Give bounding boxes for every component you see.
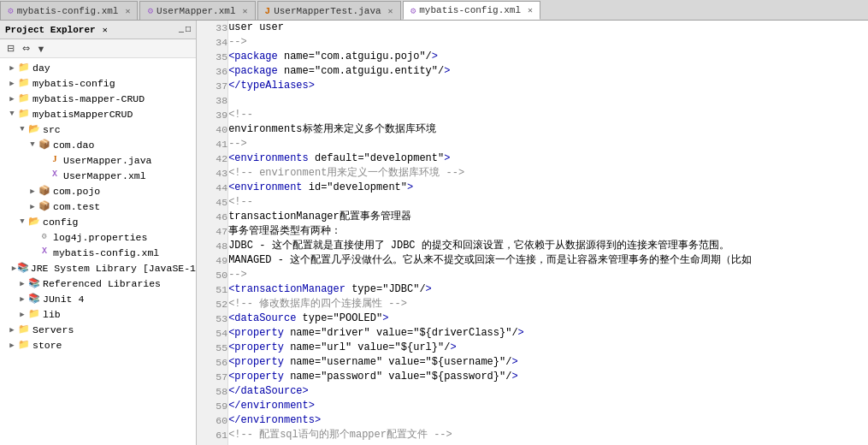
tree-label: mybatis-mapper-CRUD [32, 93, 145, 104]
tree-item-usermapper-java[interactable]: J UserMapper.java [0, 152, 196, 168]
tab-xml-icon: ⚙ [410, 5, 416, 16]
panel-header: Project Explorer ✕ _ □ [0, 21, 196, 39]
folder-icon: 📁 [17, 108, 31, 120]
tree-toggle[interactable]: ▼ [27, 140, 38, 149]
code-line-52: <!-- 修改数据库的四个连接属性 --> [228, 297, 868, 312]
code-line-57: <property name="password" value="${passw… [228, 370, 868, 384]
java-file-icon: J [48, 154, 62, 166]
tab-close-btn[interactable]: ✕ [388, 6, 393, 16]
tree-toggle[interactable]: ▼ [17, 217, 27, 226]
table-row: 44 <environment id="development"> [197, 181, 868, 195]
code-line-61: <!-- 配置sql语句的那个mapper配置文件 --> [228, 428, 868, 442]
tree-label: log4j.properties [53, 232, 147, 243]
tree-item-mybatis-config[interactable]: ▶ 📁 mybatis-config [0, 75, 196, 91]
table-row: 45 <!-- [197, 195, 868, 210]
tree-toggle[interactable]: ▶ [11, 264, 17, 273]
project-tree[interactable]: ▶ 📁 day ▶ 📁 mybatis-config ▶ 📁 mybatis- [0, 58, 196, 445]
table-row: 46 transactionManager配置事务管理器 [197, 210, 868, 224]
code-line-41: --> [228, 137, 868, 151]
tree-item-usermapper-xml[interactable]: X UserMapper.xml [0, 168, 196, 183]
tree-toggle[interactable]: ▶ [17, 294, 27, 304]
code-line-39: <!-- [228, 108, 868, 122]
src-icon: 📂 [27, 123, 41, 135]
tab-label: mybatis-config.xml [17, 6, 119, 16]
package-icon: 📦 [38, 185, 51, 197]
tree-toggle[interactable]: ▼ [17, 125, 27, 134]
table-row: 35 <package name="com.atguigu.pojo"/> [197, 50, 868, 64]
tree-toggle[interactable]: ▼ [7, 110, 17, 118]
tab-close-btn[interactable]: ✕ [125, 6, 130, 16]
table-row: 36 <package name="com.atguigu.entity"/> [197, 64, 868, 79]
tree-toggle[interactable]: ▶ [17, 279, 27, 288]
table-row: 52 <!-- 修改数据库的四个连接属性 --> [197, 297, 868, 312]
tab-usermapper-xml[interactable]: ⚙ UserMapper.xml ✕ [139, 1, 255, 20]
tree-toggle[interactable]: ▶ [7, 79, 17, 88]
tab-label: mybatis-config.xml [419, 5, 521, 15]
table-row: 59 </environment> [197, 399, 868, 413]
xml-file-icon: X [38, 246, 51, 258]
toolbar-more-button[interactable]: ▼ [34, 42, 48, 56]
table-row: 39 <!-- [197, 108, 868, 122]
code-line-44: <environment id="development"> [228, 181, 868, 195]
tree-label: mybatis-config.xml [53, 247, 159, 258]
tree-item-com-test[interactable]: ▶ 📦 com.test [0, 199, 196, 214]
xml-file-icon: X [48, 169, 62, 181]
tree-label: day [32, 62, 50, 74]
code-line-43: <!-- environment用来定义一个数据库环境 --> [228, 166, 868, 181]
tree-toggle[interactable]: ▶ [7, 63, 17, 73]
tree-item-config[interactable]: ▼ 📂 config [0, 214, 196, 229]
tree-label: com.test [53, 201, 100, 212]
tab-close-btn[interactable]: ✕ [528, 5, 533, 15]
code-line-47: 事务管理器类型有两种： [228, 224, 868, 239]
folder-icon: 📁 [27, 308, 41, 320]
tree-item-com-pojo[interactable]: ▶ 📦 com.pojo [0, 183, 196, 199]
tree-toggle[interactable]: ▶ [7, 325, 17, 335]
maximize-icon[interactable]: □ [186, 25, 191, 34]
tree-item-src[interactable]: ▼ 📂 src [0, 122, 196, 137]
tree-toggle[interactable]: ▶ [7, 341, 17, 350]
tab-label: UserMapperTest.java [274, 6, 381, 16]
table-row: 55 <property name="url" value="${url}"/> [197, 341, 868, 355]
tab-xml-icon: ⚙ [8, 5, 14, 16]
tree-item-mybatismappercrud[interactable]: ▼ 📁 mybatisMapperCRUD [0, 106, 196, 122]
tree-toggle[interactable]: ▶ [17, 310, 27, 319]
code-line-33: user user [228, 21, 868, 35]
tree-item-mybatis-mapper-crud[interactable]: ▶ 📁 mybatis-mapper-CRUD [0, 91, 196, 106]
tab-usermappertest-java[interactable]: J UserMapperTest.java ✕ [257, 1, 401, 20]
tree-item-referenced-libraries[interactable]: ▶ 📚 Referenced Libraries [0, 276, 196, 291]
table-row: 51 <transactionManager type="JDBC"/> [197, 282, 868, 297]
table-row: 54 <property name="driver" value="${driv… [197, 326, 868, 341]
code-line-50: --> [228, 268, 868, 282]
code-line-45: <!-- [228, 195, 868, 210]
table-row: 38 [197, 93, 868, 108]
library-icon: 📚 [27, 277, 41, 289]
tree-item-log4j[interactable]: ⚙ log4j.properties [0, 229, 196, 245]
tree-item-day[interactable]: ▶ 📁 day [0, 60, 196, 75]
tree-item-mybatis-config-xml[interactable]: X mybatis-config.xml [0, 245, 196, 260]
link-with-editor-button[interactable]: ⇔ [19, 42, 32, 56]
properties-file-icon: ⚙ [38, 231, 51, 243]
panel-close-icon[interactable]: ✕ [103, 25, 108, 35]
tree-item-com-dao[interactable]: ▼ 📦 com.dao [0, 137, 196, 152]
editor-area[interactable]: 33 user user34 -->35 <package name="com.… [197, 21, 868, 445]
tab-mybatis-config-1[interactable]: ⚙ mybatis-config.xml ✕ [0, 1, 138, 20]
table-row: 41 --> [197, 137, 868, 151]
tree-item-jre[interactable]: ▶ 📚 JRE System Library [JavaSE-1 [0, 260, 196, 276]
tab-mybatis-config-2[interactable]: ⚙ mybatis-config.xml ✕ [403, 1, 540, 20]
tree-item-junit4[interactable]: ▶ 📚 JUnit 4 [0, 291, 196, 306]
minimize-icon[interactable]: _ [179, 25, 184, 34]
tree-label: Referenced Libraries [43, 278, 161, 289]
package-icon: 📦 [38, 200, 51, 212]
tree-label: com.pojo [53, 186, 100, 197]
tree-toggle[interactable]: ▶ [27, 187, 38, 196]
tree-item-lib[interactable]: ▶ 📁 lib [0, 306, 196, 322]
table-row: 58 </dataSource> [197, 384, 868, 399]
tree-toggle[interactable]: ▶ [27, 202, 38, 211]
tree-toggle[interactable]: ▶ [7, 94, 17, 104]
tree-item-store[interactable]: ▶ 📁 store [0, 337, 196, 353]
tab-close-btn[interactable]: ✕ [243, 6, 248, 16]
folder-icon: 📁 [17, 323, 31, 335]
code-line-59: </environment> [228, 399, 868, 413]
collapse-all-button[interactable]: ⊟ [3, 42, 17, 56]
tree-item-servers[interactable]: ▶ 📁 Servers [0, 322, 196, 337]
